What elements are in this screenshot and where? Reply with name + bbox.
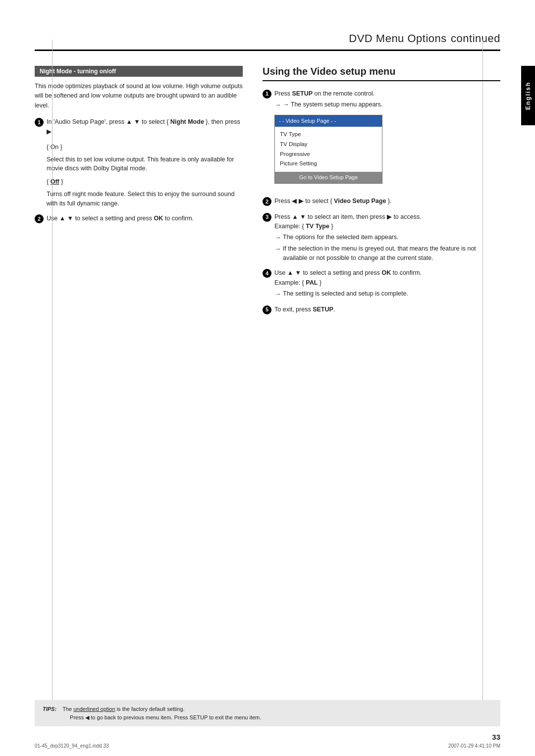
english-tab: English [521,66,535,125]
page-title: DVD Menu Options continued [35,30,500,46]
step4-arrow-text: The setting is selected and setup is com… [283,289,408,299]
right-step-1: 1 Press SETUP on the remote control. → →… [263,89,500,191]
off-item: { Off } Turns off night mode feature. Se… [47,177,243,208]
on-label: { On } [47,143,243,152]
setup-box-footer: Go to Video Setup Page [275,172,382,183]
step3-arrow1: → The options for the selected item appe… [274,233,500,243]
step4-arrow: → The setting is selected and setup is c… [274,289,422,299]
left-margin-line [52,40,53,706]
on-item: { On } Select this to set low volume out… [47,143,243,173]
night-mode-body: This mode optimizes playback of sound at… [35,82,243,110]
footer-right: 2007-01-29 4:41:10 PM [448,743,500,749]
off-label: { Off } [47,177,243,187]
section-title: Using the Video setup menu [263,66,500,81]
tips-bar: TIPS: The underlined option is the facto… [35,700,500,726]
page-header: DVD Menu Options continued [35,30,500,51]
right-step2-content: Press ◀ ▶ to select { Video Setup Page }… [274,197,392,206]
right-step-5: 5 To exit, press SETUP. [263,305,500,314]
right-step1-content: Press SETUP on the remote control. → → T… [274,89,382,191]
step1-number: 1 [35,118,44,127]
right-step4-number: 4 [263,269,271,278]
on-desc: Select this to set low volume output. Th… [47,155,243,174]
night-mode-header: Night Mode - turning on/off [35,66,243,77]
right-step3-content: Press ▲ ▼ to select an item, then press … [274,212,500,263]
step3-arrow2: → If the selection in the menu is greyed… [274,244,500,263]
left-step-1: 1 In 'Audio Setup Page', press ▲ ▼ to se… [35,117,243,137]
step1-arrow: → → The system setup menu appears. [274,100,382,110]
right-step-3: 3 Press ▲ ▼ to select an item, then pres… [263,212,500,263]
off-desc: Turns off night mode feature. Select thi… [47,190,243,208]
right-step5-content: To exit, press SETUP. [274,305,335,314]
setup-box-header: - - Video Setup Page - - [275,115,382,127]
page-container: DVD Menu Options continued Night Mode - … [0,0,535,756]
footer-info: 01-45_dvp3120_94_eng1.indd 33 2007-01-29… [35,743,500,749]
setup-box: - - Video Setup Page - - TV Type TV Disp… [274,115,382,184]
menu-item-picturesetting: Picture Setting [280,159,377,169]
step3-arrow2-text: If the selection in the menu is greyed o… [283,244,500,263]
menu-item-tvtype: TV Type [280,130,377,140]
setup-box-body: TV Type TV Display Progressive Picture S… [275,127,382,172]
tips-line1: The underlined option is the factory def… [62,706,184,712]
arrow-icon-3: → [274,244,281,263]
tips-line2: Press ◀ to go back to previous menu item… [70,714,261,720]
left-step2-number: 2 [35,214,44,223]
right-step-4: 4 Use ▲ ▼ to select a setting and press … [263,268,500,299]
two-column-layout: Night Mode - turning on/off This mode op… [35,66,500,320]
arrow-icon-4: → [274,289,281,299]
tips-label: TIPS: [43,706,56,712]
right-step4-content: Use ▲ ▼ to select a setting and press OK… [274,268,422,299]
right-step5-number: 5 [263,305,271,314]
left-step2-content: Use ▲ ▼ to select a setting and press OK… [47,214,194,223]
page-title-main: DVD Menu Options [349,32,447,45]
step1-content: In 'Audio Setup Page', press ▲ ▼ to sele… [47,117,243,137]
right-step2-number: 2 [263,197,271,206]
menu-item-progressive: Progressive [280,150,377,159]
right-step1-number: 1 [263,90,271,99]
arrow-icon-2: → [274,233,281,243]
left-column: Night Mode - turning on/off This mode op… [35,66,243,320]
step3-arrow1-text: The options for the selected item appear… [283,233,398,243]
arrow-icon-1: → [274,100,281,110]
right-step3-number: 3 [263,213,271,222]
right-step-2: 2 Press ◀ ▶ to select { Video Setup Page… [263,197,500,206]
menu-item-tvdisplay: TV Display [280,140,377,150]
page-number: 33 [492,733,500,741]
right-column: English Using the Video setup menu 1 Pre… [263,66,500,320]
footer-left: 01-45_dvp3120_94_eng1.indd 33 [35,743,109,749]
page-title-sub: continued [451,32,500,45]
left-step-2: 2 Use ▲ ▼ to select a setting and press … [35,214,243,223]
